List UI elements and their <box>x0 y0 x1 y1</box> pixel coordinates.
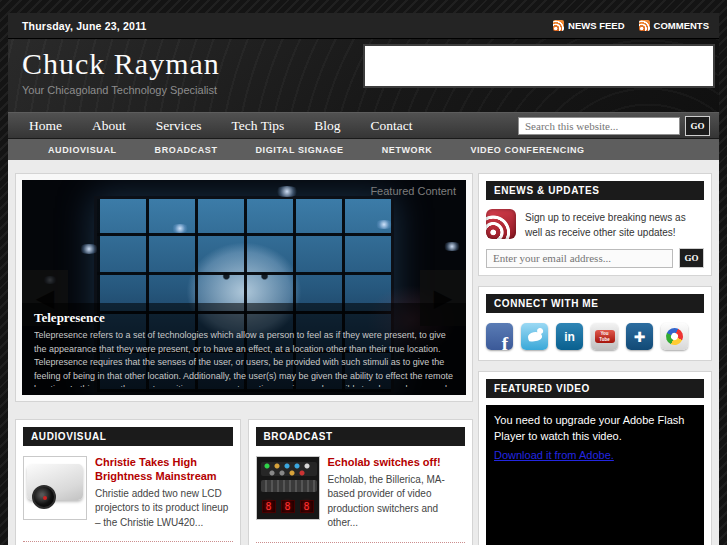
header-ad-banner <box>363 44 715 88</box>
switcher-strip-art <box>261 480 317 492</box>
section-header-broadcast[interactable]: BROADCAST <box>256 427 466 446</box>
site-branding[interactable]: Chuck Rayman Your Chicagoland Technology… <box>22 47 220 96</box>
featured-content-badge: Featured Content <box>370 185 456 197</box>
divider <box>23 541 233 542</box>
adobe-download-link[interactable]: Download it from Adobe. <box>494 449 614 461</box>
nav-item-contact[interactable]: Contact <box>355 118 427 134</box>
slide-title[interactable]: Telepresence <box>34 310 454 326</box>
linkedin-icon[interactable]: in <box>556 323 583 350</box>
nav-item-about[interactable]: About <box>77 118 141 134</box>
subnav-item-network[interactable]: NETWORK <box>382 145 433 155</box>
nav-item-services[interactable]: Services <box>141 118 217 134</box>
site-header: Chuck Rayman Your Chicagoland Technology… <box>8 39 719 112</box>
switcher-buttons-art <box>261 462 317 476</box>
nav-item-tech-tips[interactable]: Tech Tips <box>216 118 299 134</box>
slide-excerpt: Telepresence refers to a set of technolo… <box>34 329 454 387</box>
featured-video-header: FEATURED VIDEO <box>486 379 704 398</box>
email-input[interactable] <box>486 249 673 268</box>
led-digit: 8 <box>300 500 314 513</box>
news-feed-label: NEWS FEED <box>568 20 624 31</box>
spotlight <box>274 186 300 197</box>
sidebar: ENEWS & UPDATES Sign up to receive break… <box>478 173 712 545</box>
nav-item-blog[interactable]: Blog <box>299 118 355 134</box>
broadcast-section: BROADCAST 8 8 8 Echolab switches off! Ec… <box>248 419 474 545</box>
connect-widget: CONNECT WITH ME f in YouTube ✚ <box>478 286 712 361</box>
search-go-button[interactable]: GO <box>685 116 710 136</box>
enews-header: ENEWS & UPDATES <box>486 181 704 200</box>
twitter-icon[interactable] <box>521 323 548 350</box>
site-tagline: Your Chicagoland Technology Specialist <box>22 84 220 96</box>
projector-lens-art <box>32 485 56 509</box>
subnav-item-audiovisual[interactable]: AUDIOVISUAL <box>48 145 117 155</box>
subnav-item-video-conferencing[interactable]: VIDEO CONFERENCING <box>470 145 584 155</box>
page-wrapper: Thursday, June 23, 2011 NEWS FEED COMMEN… <box>8 13 719 545</box>
led-digit: 8 <box>262 500 276 513</box>
article: 8 8 8 Echolab switches off! Echolab, the… <box>256 456 466 531</box>
site-title: Chuck Rayman <box>22 47 220 82</box>
featured-slider: Featured Content ◀ ▶ Telepresence Telepr… <box>15 173 473 402</box>
nav-item-home[interactable]: Home <box>14 118 77 134</box>
slide-caption: Telepresence Telepresence refers to a se… <box>22 303 466 395</box>
projector-thumbnail[interactable] <box>23 456 87 520</box>
category-navigation: AUDIOVISUAL BROADCAST DIGITAL SIGNAGE NE… <box>8 139 719 160</box>
content-area: Featured Content ◀ ▶ Telepresence Telepr… <box>8 160 719 545</box>
rss-icon <box>553 20 564 31</box>
search-input[interactable] <box>518 117 680 135</box>
slide-telepresence[interactable]: Featured Content ◀ ▶ Telepresence Telepr… <box>22 180 466 395</box>
facebook-icon[interactable]: f <box>486 323 513 350</box>
digg-icon[interactable]: ✚ <box>626 323 653 350</box>
comments-feed-link[interactable]: COMMENTS <box>639 20 709 31</box>
spotlight <box>442 242 462 251</box>
article-excerpt: Christie added two new LCD projectors to… <box>95 487 233 531</box>
article-excerpt: Echolab, the Billerica, MA-based provide… <box>328 473 466 531</box>
main-column: Featured Content ◀ ▶ Telepresence Telepr… <box>15 173 473 545</box>
article-link-christie[interactable]: Christie Takes High Brightness Mainstrea… <box>95 456 233 484</box>
switcher-thumbnail[interactable]: 8 8 8 <box>256 456 320 520</box>
led-digit: 8 <box>281 500 295 513</box>
google-buzz-icon[interactable] <box>661 323 688 350</box>
news-feed-link[interactable]: NEWS FEED <box>553 20 624 31</box>
enews-widget: ENEWS & UPDATES Sign up to receive break… <box>478 173 712 276</box>
subnav-item-digital-signage[interactable]: DIGITAL SIGNAGE <box>256 145 344 155</box>
article: Christie Takes High Brightness Mainstrea… <box>23 456 233 530</box>
video-player-area: You need to upgrade your Adobe Flash Pla… <box>486 405 704 545</box>
enews-blurb: Sign up to receive breaking news as well… <box>525 209 704 240</box>
current-date: Thursday, June 23, 2011 <box>22 20 147 32</box>
main-navigation: Home About Services Tech Tips Blog Conta… <box>8 112 719 139</box>
spotlight <box>78 244 100 254</box>
utility-bar: Thursday, June 23, 2011 NEWS FEED COMMEN… <box>8 13 719 39</box>
comments-label: COMMENTS <box>654 20 709 31</box>
divider <box>256 542 466 543</box>
spotlight <box>374 220 394 229</box>
rss-icon <box>639 20 650 31</box>
youtube-icon[interactable]: YouTube <box>591 323 618 350</box>
section-header-audiovisual[interactable]: AUDIOVISUAL <box>23 427 233 446</box>
article-link-echolab[interactable]: Echolab switches off! <box>328 456 466 470</box>
rss-icon[interactable] <box>486 209 516 239</box>
audiovisual-section: AUDIOVISUAL Christie Takes High Brightne… <box>15 419 241 545</box>
subnav-item-broadcast[interactable]: BROADCAST <box>155 145 218 155</box>
email-go-button[interactable]: GO <box>679 248 704 268</box>
connect-header: CONNECT WITH ME <box>486 294 704 313</box>
flash-upgrade-message: You need to upgrade your Adobe Flash Pla… <box>494 413 696 445</box>
featured-video-widget: FEATURED VIDEO You need to upgrade your … <box>478 371 712 545</box>
spotlight <box>170 224 190 233</box>
